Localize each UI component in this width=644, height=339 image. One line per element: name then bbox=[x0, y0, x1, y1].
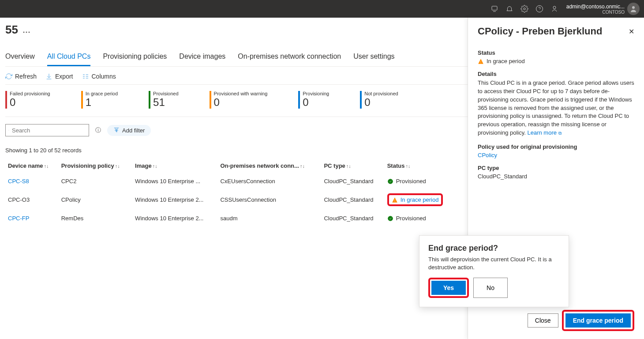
download-icon bbox=[45, 73, 52, 80]
export-button[interactable]: Export bbox=[45, 73, 73, 80]
svg-point-16 bbox=[394, 201, 395, 201]
filter-icon bbox=[113, 127, 120, 133]
stat-provisioned[interactable]: Provisioned51 bbox=[149, 91, 178, 109]
columns-button[interactable]: Columns bbox=[82, 73, 116, 80]
notification-icon[interactable] bbox=[502, 1, 517, 16]
stat-grace[interactable]: In grace period1 bbox=[81, 91, 118, 109]
add-filter-button[interactable]: Add filter bbox=[107, 125, 151, 136]
columns-icon bbox=[82, 73, 89, 80]
panel-footer: Close End grace period bbox=[528, 310, 634, 331]
table-row: CPC-O3 CPolicy Windows 10 Enterprise 2..… bbox=[5, 189, 455, 211]
col-pc-type[interactable]: PC type↑↓ bbox=[321, 158, 384, 173]
svg-point-4 bbox=[553, 6, 556, 9]
tab-user-settings[interactable]: User settings bbox=[353, 50, 394, 66]
end-grace-period-button[interactable]: End grace period bbox=[565, 313, 631, 328]
no-button[interactable]: No bbox=[473, 278, 508, 298]
stat-warning[interactable]: Provisioned with warning0 bbox=[210, 91, 268, 109]
cloud-icon[interactable] bbox=[487, 1, 502, 16]
svg-point-19 bbox=[480, 62, 481, 63]
panel-pctype-value: CloudPC_Standard bbox=[478, 173, 634, 180]
device-link[interactable]: CPC-FP bbox=[8, 215, 29, 222]
cloud-pcs-table: Device name↑↓ Provisioning policy↑↓ Imag… bbox=[5, 158, 455, 226]
warning-icon bbox=[478, 58, 484, 64]
status-badge-highlighted[interactable]: In grace period bbox=[387, 193, 443, 206]
more-menu-icon[interactable]: ⋯ bbox=[22, 27, 30, 37]
tab-device-images[interactable]: Device images bbox=[179, 50, 225, 66]
page-title-suffix: 55 bbox=[5, 23, 18, 37]
col-status[interactable]: Status↑↓ bbox=[385, 158, 455, 173]
topbar: admin@contoso.onmic... CONTOSO bbox=[0, 0, 644, 18]
dialog-body: This will deprovision the current Cloud … bbox=[428, 256, 560, 271]
panel-policy-label: Policy used for original provisioning bbox=[478, 143, 634, 150]
table-row: CPC-FP RemDes Windows 10 Enterprise 2...… bbox=[5, 211, 455, 226]
tab-on-premises-network[interactable]: On-premises network connection bbox=[238, 50, 341, 66]
search-icon bbox=[8, 127, 9, 133]
tab-all-cloud-pcs[interactable]: All Cloud PCs bbox=[47, 50, 91, 66]
panel-status-label: Status bbox=[478, 49, 634, 56]
svg-point-12 bbox=[8, 130, 9, 130]
col-device-name[interactable]: Device name↑↓ bbox=[5, 158, 59, 173]
tenant-name: CONTOSO bbox=[566, 10, 625, 15]
dialog-title: End grace period? bbox=[428, 244, 560, 253]
close-icon[interactable]: ✕ bbox=[629, 27, 634, 36]
panel-details-text: This Cloud PC is in a grace period. Grac… bbox=[478, 79, 634, 137]
topbar-user[interactable]: admin@contoso.onmic... CONTOSO bbox=[566, 4, 625, 15]
search-input[interactable] bbox=[12, 127, 86, 134]
col-provisioning-policy[interactable]: Provisioning policy↑↓ bbox=[59, 158, 132, 173]
col-opnc[interactable]: On-premises network conn...↑↓ bbox=[217, 158, 321, 173]
gear-icon[interactable] bbox=[517, 1, 532, 16]
tab-overview[interactable]: Overview bbox=[5, 50, 35, 66]
yes-highlight: Yes bbox=[428, 278, 469, 298]
svg-rect-0 bbox=[492, 6, 497, 10]
help-icon[interactable] bbox=[532, 1, 547, 16]
avatar[interactable] bbox=[627, 3, 640, 15]
stat-failed[interactable]: Failed provisioning0 bbox=[5, 91, 50, 109]
panel-status-value: In grace period bbox=[478, 58, 634, 64]
col-image[interactable]: Image↑↓ bbox=[132, 158, 217, 173]
end-grace-highlight: End grace period bbox=[562, 310, 634, 331]
status-badge: Provisioned bbox=[387, 215, 453, 222]
svg-point-2 bbox=[536, 6, 543, 12]
main-content: 55 ⋯ Overview All Cloud PCs Provisioning… bbox=[0, 18, 644, 339]
panel-policy-link[interactable]: CPolicy bbox=[478, 152, 634, 158]
svg-point-17 bbox=[388, 216, 393, 221]
panel-title: CPolicy - Preben Bjerklund ✕ bbox=[478, 26, 634, 37]
status-badge: Provisioned bbox=[387, 178, 453, 185]
warning-icon bbox=[392, 197, 398, 203]
external-link-icon: ⧉ bbox=[558, 131, 562, 136]
panel-details-label: Details bbox=[478, 71, 634, 77]
stat-not-provisioned[interactable]: Not provisioned0 bbox=[360, 91, 398, 109]
svg-point-14 bbox=[388, 179, 393, 184]
device-link[interactable]: CPC-S8 bbox=[8, 178, 29, 185]
info-icon[interactable]: ⓘ bbox=[95, 126, 101, 134]
svg-point-1 bbox=[524, 8, 526, 10]
learn-more-link[interactable]: Learn more ⧉ bbox=[528, 129, 562, 136]
yes-button[interactable]: Yes bbox=[431, 281, 466, 295]
tab-provisioning-policies[interactable]: Provisioning policies bbox=[103, 50, 167, 66]
svg-point-5 bbox=[632, 6, 635, 9]
table-row: CPC-S8 CPC2 Windows 10 Enterprise ... Cx… bbox=[5, 173, 455, 189]
panel-pctype-label: PC type bbox=[478, 165, 634, 171]
check-circle-icon bbox=[387, 215, 393, 222]
close-button[interactable]: Close bbox=[528, 313, 558, 328]
user-email: admin@contoso.onmic... bbox=[566, 4, 625, 10]
feedback-icon[interactable] bbox=[547, 1, 562, 16]
refresh-button[interactable]: Refresh bbox=[5, 73, 37, 80]
refresh-icon bbox=[5, 73, 12, 80]
stat-provisioning[interactable]: Provisioning0 bbox=[298, 91, 329, 109]
confirm-dialog: End grace period? This will deprovision … bbox=[419, 235, 569, 307]
check-circle-icon bbox=[387, 178, 393, 185]
search-box[interactable] bbox=[5, 124, 89, 136]
